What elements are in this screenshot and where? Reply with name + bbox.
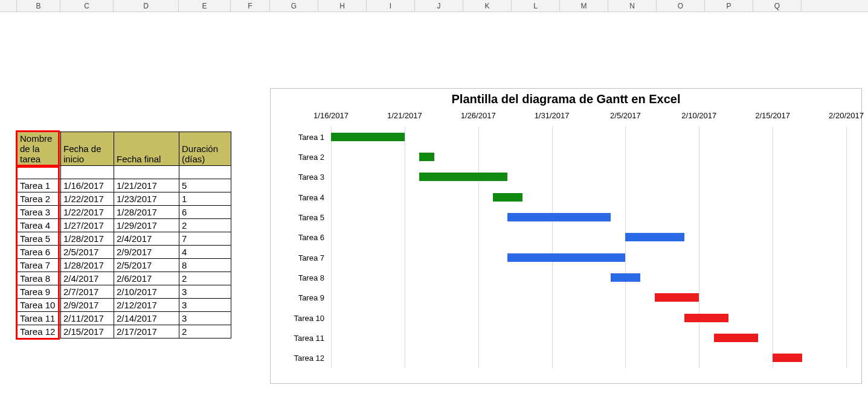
column-header[interactable]: N — [608, 0, 657, 12]
grid-line — [552, 127, 553, 368]
column-header[interactable]: L — [512, 0, 560, 12]
table-blank-cell[interactable] — [114, 166, 179, 179]
column-header[interactable]: H — [318, 0, 367, 12]
table-cell[interactable]: 2/4/2017 — [114, 232, 179, 246]
gantt-bar[interactable] — [611, 273, 640, 282]
table-cell[interactable]: 2/10/2017 — [114, 285, 179, 299]
table-cell[interactable]: 1/22/2017 — [61, 206, 114, 219]
gantt-bar[interactable] — [773, 354, 802, 362]
table-cell[interactable]: 2 — [179, 219, 231, 232]
table-cell[interactable]: 7 — [179, 232, 231, 246]
gantt-bar[interactable] — [419, 173, 507, 181]
gantt-bar[interactable] — [684, 314, 728, 322]
table-cell[interactable]: 2 — [179, 272, 231, 285]
table-cell[interactable]: 8 — [179, 259, 231, 272]
plot-area — [331, 127, 846, 368]
gantt-bar[interactable] — [331, 133, 405, 141]
table-cell[interactable]: Tarea 2 — [18, 192, 61, 206]
table-cell[interactable]: 1/29/2017 — [114, 219, 179, 232]
table-cell[interactable]: Tarea 6 — [18, 246, 61, 259]
column-header[interactable]: P — [705, 0, 753, 12]
table-cell[interactable]: 2/9/2017 — [61, 299, 114, 312]
table-cell[interactable]: 2/12/2017 — [114, 299, 179, 312]
gantt-bar[interactable] — [714, 334, 758, 342]
table-cell[interactable]: 2/17/2017 — [114, 325, 179, 338]
table-cell[interactable]: 2/11/2017 — [61, 312, 114, 325]
gantt-bar[interactable] — [507, 253, 625, 262]
x-tick-label: 1/31/2017 — [535, 111, 570, 120]
table-cell[interactable]: 1/21/2017 — [114, 179, 179, 192]
gantt-bar[interactable] — [419, 153, 434, 161]
table-cell[interactable]: 1 — [179, 192, 231, 206]
table-cell[interactable]: 1/28/2017 — [61, 232, 114, 246]
table-header-name[interactable]: Nombre de la tarea — [18, 132, 61, 166]
table-cell[interactable]: 4 — [179, 246, 231, 259]
column-header[interactable]: J — [415, 0, 463, 12]
gantt-chart[interactable]: Plantilla del diagrama de Gantt en Excel… — [270, 88, 862, 384]
table-blank-cell[interactable] — [179, 166, 231, 179]
column-header[interactable]: G — [270, 0, 318, 12]
task-data-table: Nombre de la tarea Fecha de inicio Fecha… — [17, 132, 231, 338]
table-cell[interactable]: Tarea 10 — [18, 299, 61, 312]
gantt-bar[interactable] — [507, 213, 611, 221]
column-header[interactable]: K — [463, 0, 512, 12]
column-header[interactable]: I — [367, 0, 415, 12]
table-cell[interactable]: 2/15/2017 — [61, 325, 114, 338]
table-row: Tarea 21/22/20171/23/20171 — [18, 192, 231, 206]
y-axis-category-label: Tarea 10 — [294, 313, 324, 322]
column-header[interactable]: E — [179, 0, 231, 12]
y-axis-category-label: Tarea 4 — [298, 192, 324, 202]
table-cell[interactable]: 2/5/2017 — [61, 246, 114, 259]
grid-line — [625, 127, 626, 368]
table-cell[interactable]: 2 — [179, 325, 231, 338]
gantt-bar[interactable] — [655, 293, 699, 302]
table-blank-cell[interactable] — [18, 166, 61, 179]
excel-workspace: BCDEFGHIJKLMNOPQ Nombre de la tarea Fech… — [0, 0, 868, 394]
column-header[interactable]: F — [231, 0, 270, 12]
table-cell[interactable]: 2/14/2017 — [114, 312, 179, 325]
table-cell[interactable]: 2/4/2017 — [61, 272, 114, 285]
column-header[interactable]: D — [114, 0, 179, 12]
y-axis-category-label: Tarea 2 — [298, 153, 324, 162]
column-header[interactable]: B — [17, 0, 60, 12]
table-cell[interactable]: Tarea 4 — [18, 219, 61, 232]
table-cell[interactable]: Tarea 11 — [18, 312, 61, 325]
table-header-start[interactable]: Fecha de inicio — [61, 132, 114, 166]
table-cell[interactable]: 1/23/2017 — [114, 192, 179, 206]
table-cell[interactable]: Tarea 5 — [18, 232, 61, 246]
table-cell[interactable]: 1/16/2017 — [61, 179, 114, 192]
y-axis-category-label: Tarea 3 — [298, 173, 324, 182]
table-cell[interactable]: Tarea 3 — [18, 206, 61, 219]
table-cell[interactable]: 3 — [179, 299, 231, 312]
column-header[interactable]: O — [657, 0, 705, 12]
table-cell[interactable]: Tarea 9 — [18, 285, 61, 299]
y-axis-category-label: Tarea 9 — [298, 293, 324, 302]
gantt-bar[interactable] — [625, 233, 684, 241]
table-cell[interactable]: 1/28/2017 — [114, 206, 179, 219]
table-cell[interactable]: 5 — [179, 179, 231, 192]
table-cell[interactable]: Tarea 12 — [18, 325, 61, 338]
table-cell[interactable]: 2/6/2017 — [114, 272, 179, 285]
x-tick-label: 2/15/2017 — [755, 111, 790, 120]
table-cell[interactable]: 2/5/2017 — [114, 259, 179, 272]
table-cell[interactable]: 1/22/2017 — [61, 192, 114, 206]
gantt-bar[interactable] — [493, 193, 522, 202]
table-cell[interactable]: 3 — [179, 312, 231, 325]
table-blank-cell[interactable] — [61, 166, 114, 179]
table-cell[interactable]: 2/7/2017 — [61, 285, 114, 299]
table-cell[interactable]: 1/28/2017 — [61, 259, 114, 272]
table-cell[interactable]: 1/27/2017 — [61, 219, 114, 232]
table-header-end[interactable]: Fecha final — [114, 132, 179, 166]
table-cell[interactable]: 3 — [179, 285, 231, 299]
column-header[interactable]: M — [560, 0, 608, 12]
table-cell[interactable]: Tarea 8 — [18, 272, 61, 285]
table-cell[interactable]: Tarea 1 — [18, 179, 61, 192]
column-header[interactable]: C — [60, 0, 114, 12]
column-header[interactable] — [0, 0, 17, 12]
table-cell[interactable]: 2/9/2017 — [114, 246, 179, 259]
table-header-duration[interactable]: Duración (días) — [179, 132, 231, 166]
x-axis-labels: 1/16/20171/21/20171/26/20171/31/20172/5/… — [331, 109, 846, 126]
table-cell[interactable]: Tarea 7 — [18, 259, 61, 272]
column-header[interactable]: Q — [753, 0, 802, 12]
table-cell[interactable]: 6 — [179, 206, 231, 219]
